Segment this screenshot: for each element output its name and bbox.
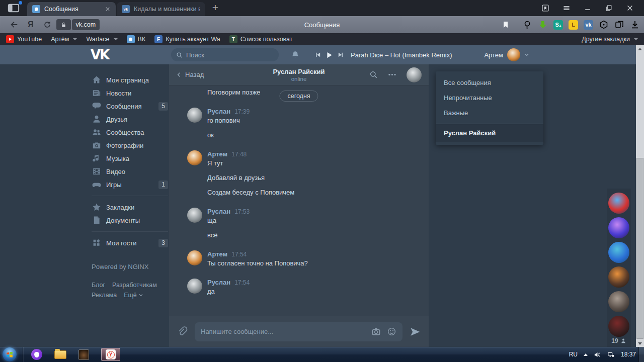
sidebar-item[interactable]: Игры1	[92, 178, 168, 191]
bookmark-item[interactable]: TСписок пользоват	[229, 35, 293, 43]
collections-extension-icon[interactable]	[614, 20, 624, 30]
yandex-browser-app-button[interactable]: Y	[101, 348, 120, 361]
menu-icon[interactable]	[562, 4, 571, 12]
security-chip[interactable]	[56, 19, 71, 30]
now-playing-title[interactable]: Parah Dice – Hot (Imanbek Remix)	[351, 51, 452, 59]
message-input[interactable]	[201, 328, 365, 335]
peer-name[interactable]: Руслан Райский	[236, 68, 361, 75]
sidebar-item[interactable]: Музыка	[92, 152, 168, 165]
vk-logo[interactable]: VK	[91, 47, 109, 62]
bookmark-item[interactable]: FКупить аккаунт Wa	[154, 35, 220, 43]
scroll-down-arrow[interactable]	[636, 340, 644, 347]
message-author[interactable]: Артем	[207, 150, 227, 158]
extension-icon[interactable]: vk	[584, 20, 593, 30]
sidebar-item[interactable]: Документы	[92, 214, 168, 227]
next-track-icon[interactable]	[338, 52, 344, 58]
friend-avatar[interactable]	[608, 193, 629, 214]
chat-search-icon[interactable]	[369, 70, 378, 79]
savefrom-extension-icon[interactable]	[538, 20, 548, 30]
browser-scrollbar[interactable]	[636, 45, 644, 347]
user-avatar[interactable]	[187, 208, 202, 223]
menu-item[interactable]: Все сообщения	[436, 75, 543, 90]
download-extension-icon[interactable]	[630, 20, 640, 30]
refresh-icon[interactable]	[43, 20, 52, 29]
extension-icon[interactable]: S₁	[553, 20, 563, 30]
bookmark-item[interactable]: ВК	[127, 35, 146, 43]
sidebar-item[interactable]: Моя страница	[92, 73, 168, 86]
menu-item-active[interactable]: Руслан Райский	[436, 124, 543, 142]
extension-icon[interactable]: L	[569, 20, 578, 30]
friend-avatar[interactable]	[608, 217, 629, 238]
chat-menu-icon[interactable]	[388, 70, 396, 79]
sidebar-item[interactable]: Новости	[92, 86, 168, 100]
composer-box[interactable]	[195, 322, 403, 341]
photo-icon[interactable]	[371, 327, 381, 336]
bookmark-item[interactable]: Артём	[51, 36, 77, 43]
tab-close-icon[interactable]	[105, 6, 111, 12]
footer-link[interactable]: Реклама	[92, 292, 117, 299]
friends-online-count[interactable]: 19	[607, 337, 631, 344]
clock[interactable]: 18:37	[621, 351, 636, 358]
other-bookmarks-button[interactable]: Другие закладки	[582, 36, 638, 43]
message-author[interactable]: Артем	[207, 250, 227, 258]
sidebar-item[interactable]: Мои гости3	[92, 236, 168, 249]
header-user-menu[interactable]: Артем	[484, 48, 529, 61]
sidebar-item[interactable]: Видео	[92, 165, 168, 178]
sidebar-item[interactable]: Фотографии	[92, 139, 168, 152]
footer-link[interactable]: Разработчикам	[112, 282, 157, 289]
language-indicator[interactable]: RU	[569, 351, 578, 358]
hexagon-extension-icon[interactable]	[599, 20, 609, 30]
lightbulb-extension-icon[interactable]	[522, 20, 532, 30]
bookmark-item[interactable]: YouTube	[6, 35, 42, 43]
bookmark-item[interactable]: Warface	[86, 36, 117, 43]
network-icon[interactable]	[607, 351, 615, 358]
notifications-bell-icon[interactable]	[291, 50, 300, 59]
friend-avatar[interactable]	[608, 242, 629, 263]
side-panel-icon[interactable]	[6, 2, 21, 14]
tray-expand-icon[interactable]	[584, 353, 588, 356]
close-button[interactable]	[626, 4, 634, 12]
menu-item[interactable]: Важные	[436, 105, 543, 120]
start-button[interactable]	[3, 347, 17, 361]
search-input[interactable]	[186, 51, 267, 59]
minimize-button[interactable]	[584, 4, 592, 12]
new-tab-button[interactable]: +	[208, 2, 222, 15]
vk-search[interactable]	[171, 48, 279, 61]
send-button[interactable]	[410, 326, 421, 337]
alice-app-icon[interactable]	[31, 349, 42, 360]
user-avatar[interactable]	[187, 279, 202, 294]
explorer-app-icon[interactable]	[54, 350, 66, 359]
message-author[interactable]: Руслан	[207, 108, 230, 115]
sidebar-item[interactable]: Сообщества	[92, 126, 168, 139]
scroll-up-arrow[interactable]	[636, 45, 644, 52]
back-nav-icon[interactable]	[10, 20, 19, 29]
url-chip[interactable]: vk.com	[72, 19, 100, 30]
user-avatar[interactable]	[187, 250, 202, 265]
maximize-button[interactable]	[605, 4, 613, 12]
friend-avatar[interactable]	[608, 291, 629, 312]
emoji-icon[interactable]	[387, 327, 396, 336]
user-avatar[interactable]	[187, 108, 202, 123]
scrollbar-thumb[interactable]	[636, 158, 643, 339]
peer-avatar[interactable]	[407, 67, 422, 82]
user-avatar[interactable]	[187, 150, 202, 165]
attach-icon[interactable]	[177, 326, 188, 337]
play-icon[interactable]	[326, 51, 333, 59]
show-desktop-button[interactable]	[638, 347, 644, 362]
bookmarks-panel-icon[interactable]	[541, 4, 549, 12]
bookmark-flag-icon[interactable]	[502, 21, 510, 29]
friend-avatar[interactable]	[608, 266, 629, 288]
yandex-button[interactable]: Я	[28, 20, 34, 29]
footer-link[interactable]: Блог	[92, 282, 105, 289]
back-button[interactable]: Назад	[176, 71, 236, 78]
friend-avatar[interactable]	[608, 316, 629, 337]
footer-more-link[interactable]: Ещё	[124, 292, 143, 299]
game-app-icon[interactable]	[78, 349, 89, 360]
browser-tab[interactable]: vkКидалы и мошенники в vk	[117, 2, 205, 16]
menu-item[interactable]: Непрочитанные	[436, 90, 543, 105]
sidebar-item[interactable]: Закладки	[92, 201, 168, 214]
previous-track-icon[interactable]	[315, 52, 321, 58]
volume-icon[interactable]	[594, 351, 601, 358]
message-author[interactable]: Руслан	[207, 208, 230, 215]
sidebar-item[interactable]: Друзья	[92, 113, 168, 126]
